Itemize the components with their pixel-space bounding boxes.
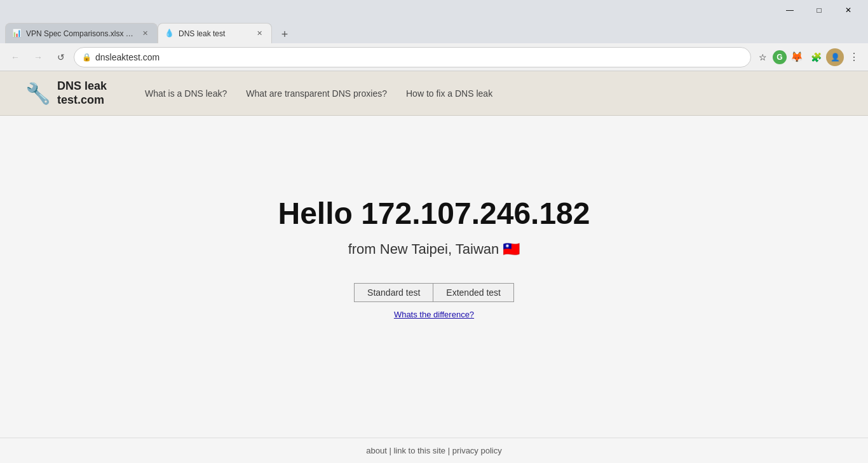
logo-text: DNS leak test.com: [57, 79, 107, 107]
logo-icon: 🔧: [25, 81, 51, 106]
tab-favicon-spreadsheet: 📊: [12, 29, 22, 39]
address-bar: ← → ↺ 🔒 dnsleaktest.com ☆ G 🦊 🧩 👤 ⋮: [0, 43, 868, 71]
site-logo[interactable]: 🔧 DNS leak test.com: [25, 79, 107, 107]
footer-privacy-policy-link[interactable]: privacy policy: [452, 446, 502, 455]
title-bar: — □ ✕: [0, 0, 868, 20]
address-text: dnsleaktest.com: [95, 52, 743, 62]
nav-link-transparent-proxies[interactable]: What are transparent DNS proxies?: [246, 88, 387, 99]
location-text: from New Taipei, Taiwan 🇹🇼: [348, 241, 520, 258]
extended-test-button[interactable]: Extended test: [433, 283, 514, 302]
footer-separator-1: |: [387, 446, 394, 455]
tab-vpn-spreadsheet[interactable]: 📊 VPN Spec Comparisons.xlsx – Go ✕: [5, 23, 158, 43]
new-tab-button[interactable]: +: [275, 25, 295, 43]
refresh-button[interactable]: ↺: [51, 47, 71, 67]
address-bar-icons: ☆ G 🦊 🧩 👤 ⋮: [754, 48, 863, 66]
maximize-button[interactable]: □: [804, 0, 834, 20]
nav-link-what-is-dns-leak[interactable]: What is a DNS leak?: [145, 88, 227, 99]
tab-close-spreadsheet[interactable]: ✕: [139, 28, 151, 39]
tab-title-spreadsheet: VPN Spec Comparisons.xlsx – Go: [26, 29, 135, 38]
tab-bar: 📊 VPN Spec Comparisons.xlsx – Go ✕ 💧 DNS…: [0, 20, 868, 43]
hello-heading: Hello 172.107.246.182: [278, 196, 590, 231]
tab-dns-leak[interactable]: 💧 DNS leak test ✕: [158, 23, 272, 43]
standard-test-button[interactable]: Standard test: [354, 283, 433, 302]
website-content: 🔧 DNS leak test.com What is a DNS leak? …: [0, 71, 868, 463]
forward-button[interactable]: →: [28, 47, 48, 67]
site-footer: about | link to this site | privacy poli…: [0, 438, 868, 463]
bookmark-icon[interactable]: ☆: [754, 48, 771, 66]
nav-link-how-to-fix[interactable]: How to fix a DNS leak: [406, 88, 492, 99]
close-button[interactable]: ✕: [834, 0, 863, 20]
tab-favicon-dns: 💧: [165, 29, 175, 39]
site-nav: 🔧 DNS leak test.com What is a DNS leak? …: [0, 71, 868, 116]
whats-the-difference-link[interactable]: Whats the difference?: [394, 310, 474, 319]
lock-icon: 🔒: [82, 53, 92, 62]
profile-avatar[interactable]: 👤: [826, 48, 844, 66]
firefox-icon[interactable]: 🦊: [788, 48, 806, 66]
extensions-icon[interactable]: 🧩: [807, 48, 825, 66]
footer-about-link[interactable]: about: [366, 446, 387, 455]
footer-separator-2: |: [445, 446, 452, 455]
window-controls: — □ ✕: [775, 0, 863, 20]
menu-icon[interactable]: ⋮: [845, 48, 863, 66]
main-content: Hello 172.107.246.182 from New Taipei, T…: [0, 116, 868, 438]
site-nav-links: What is a DNS leak? What are transparent…: [145, 88, 492, 99]
back-button[interactable]: ←: [5, 47, 25, 67]
test-buttons: Standard test Extended test: [354, 283, 514, 302]
tab-title-dns: DNS leak test: [179, 29, 250, 38]
minimize-button[interactable]: —: [775, 0, 804, 20]
footer-link-to-site-link[interactable]: link to this site: [393, 446, 445, 455]
address-input[interactable]: 🔒 dnsleaktest.com: [74, 47, 751, 67]
chrome-extension-icon[interactable]: G: [773, 50, 787, 64]
tab-close-dns[interactable]: ✕: [254, 28, 265, 39]
